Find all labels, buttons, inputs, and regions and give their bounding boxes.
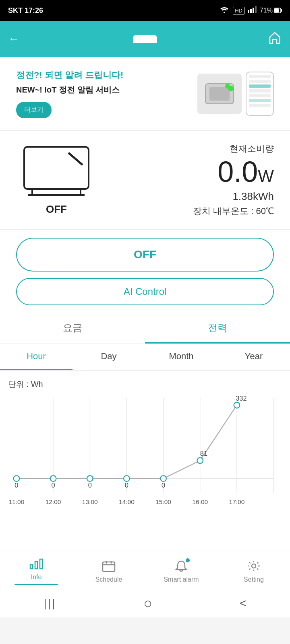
chart-xlabel-4: 15:00 bbox=[155, 498, 171, 505]
tab-yoqeum[interactable]: 요금 bbox=[0, 313, 145, 344]
system-menu-button[interactable]: ||| bbox=[44, 597, 56, 610]
chart-val-6: 332 bbox=[236, 395, 246, 402]
chart-svg: 0 0 0 0 0 81 332 11:00 12:00 13:00 14:00… bbox=[4, 398, 286, 523]
svg-point-0 bbox=[224, 12, 225, 13]
hd-badge: HD bbox=[233, 7, 244, 14]
bell-icon bbox=[174, 560, 188, 574]
sub-tabs: Hour Day Month Year bbox=[0, 344, 290, 371]
chart-val-3: 0 bbox=[125, 481, 128, 489]
chart-val-0: 0 bbox=[14, 481, 18, 489]
chart-xlabel-1: 12:00 bbox=[46, 498, 61, 505]
info-icon bbox=[29, 558, 43, 571]
svg-rect-7 bbox=[281, 9, 282, 12]
nav-smart-alarm[interactable]: Smart alarm bbox=[145, 560, 218, 583]
svg-rect-6 bbox=[274, 8, 279, 12]
svg-rect-11 bbox=[24, 147, 89, 189]
banner-line2: NEW~! IoT 정전 알림 서비스 bbox=[16, 84, 197, 95]
tab-day[interactable]: Day bbox=[72, 344, 145, 370]
svg-rect-26 bbox=[40, 559, 42, 569]
chart-point-0 bbox=[14, 475, 20, 481]
iot-device-image bbox=[197, 74, 242, 114]
tab-jeonryeok[interactable]: 전력 bbox=[145, 313, 290, 344]
nav-setting[interactable]: Setting bbox=[218, 560, 290, 583]
svg-point-10 bbox=[225, 84, 230, 88]
back-button[interactable]: ← bbox=[8, 33, 19, 45]
svg-rect-25 bbox=[35, 562, 37, 569]
power-value: 0.0W bbox=[105, 157, 274, 186]
smart-alarm-label: Smart alarm bbox=[164, 576, 199, 583]
button-area: OFF AI Control bbox=[0, 230, 290, 313]
svg-rect-1 bbox=[248, 10, 249, 13]
carrier-time: SKT 17:26 bbox=[8, 6, 43, 15]
chart-unit-label: 단위 : Wh bbox=[0, 379, 290, 394]
tab-month[interactable]: Month bbox=[145, 344, 218, 370]
nav-tab bbox=[133, 35, 157, 43]
chart-container: 0 0 0 0 0 81 332 11:00 12:00 13:00 14:00… bbox=[0, 394, 290, 547]
power-info: 현재소비량 0.0W 1.38kWh 장치 내부온도 : 60℃ bbox=[105, 143, 274, 217]
banner-section: 정전?! 되면 알려 드립니다! NEW~! IoT 정전 알림 서비스 더보기 bbox=[0, 57, 290, 131]
home-button[interactable] bbox=[267, 31, 282, 48]
status-icons: HD 71% bbox=[219, 6, 282, 15]
nav-schedule[interactable]: Schedule bbox=[72, 560, 145, 583]
banner-more-button[interactable]: 더보기 bbox=[16, 102, 52, 118]
chart-xlabel-5: 16:00 bbox=[192, 498, 208, 505]
chart-val-4: 0 bbox=[162, 481, 165, 489]
chart-point-5 bbox=[197, 458, 203, 464]
svg-rect-3 bbox=[253, 8, 254, 13]
banner-text: 정전?! 되면 알려 드립니다! NEW~! IoT 정전 알림 서비스 더보기 bbox=[16, 69, 197, 118]
system-nav: ||| ○ < bbox=[0, 589, 290, 617]
monitor-icon: OFF bbox=[16, 143, 97, 216]
device-status-label: OFF bbox=[16, 203, 97, 216]
banner-image bbox=[197, 72, 274, 116]
schedule-icon bbox=[102, 560, 116, 574]
phone-mockup bbox=[246, 72, 274, 116]
setting-icon bbox=[247, 560, 261, 574]
chart-xlabel-0: 11:00 bbox=[8, 498, 24, 505]
schedule-label: Schedule bbox=[95, 576, 122, 583]
nav-tab-white bbox=[133, 35, 157, 43]
battery-icon: 71% bbox=[260, 7, 282, 14]
signal-icon bbox=[248, 6, 257, 15]
info-underline bbox=[14, 584, 58, 585]
chart-point-4 bbox=[160, 475, 166, 481]
bottom-nav: Info Schedule Smart alarm bbox=[0, 551, 290, 589]
svg-rect-9 bbox=[209, 87, 230, 101]
chart-xlabel-3: 14:00 bbox=[119, 498, 135, 505]
tab-year[interactable]: Year bbox=[218, 344, 290, 370]
status-bar: SKT 17:26 HD 71% bbox=[0, 0, 290, 21]
svg-rect-2 bbox=[250, 9, 252, 13]
system-back-button[interactable]: < bbox=[240, 597, 246, 610]
setting-label: Setting bbox=[244, 576, 264, 583]
device-section: OFF 현재소비량 0.0W 1.38kWh 장치 내부온도 : 60℃ bbox=[0, 131, 290, 230]
svg-point-31 bbox=[252, 564, 256, 568]
chart-xlabel-2: 13:00 bbox=[82, 498, 98, 505]
chart-point-1 bbox=[50, 475, 56, 481]
current-label: 현재소비량 bbox=[105, 143, 274, 155]
off-button[interactable]: OFF bbox=[16, 238, 274, 272]
ai-control-button[interactable]: AI Control bbox=[16, 278, 274, 305]
kwh-value: 1.38kWh bbox=[105, 190, 274, 203]
temp-value: 장치 내부온도 : 60℃ bbox=[105, 205, 274, 217]
chart-point-3 bbox=[124, 475, 130, 481]
info-label: Info bbox=[31, 574, 42, 581]
tab-hour[interactable]: Hour bbox=[0, 344, 72, 370]
svg-rect-27 bbox=[103, 562, 115, 572]
wifi-icon bbox=[219, 6, 230, 15]
system-home-button[interactable]: ○ bbox=[143, 595, 152, 612]
main-tabs: 요금 전력 bbox=[0, 313, 290, 344]
chart-val-2: 0 bbox=[88, 481, 92, 489]
nav-info[interactable]: Info bbox=[0, 558, 72, 585]
battery-percent: 71% bbox=[260, 7, 273, 14]
chart-point-6 bbox=[234, 402, 240, 408]
svg-rect-24 bbox=[30, 565, 33, 569]
chart-xlabel-6: 17:00 bbox=[229, 498, 245, 505]
svg-line-15 bbox=[68, 153, 83, 165]
banner-line1: 정전?! 되면 알려 드립니다! bbox=[16, 69, 197, 81]
chart-val-5: 81 bbox=[200, 450, 207, 457]
top-nav: ← bbox=[0, 21, 290, 57]
svg-rect-4 bbox=[255, 6, 257, 13]
chart-val-1: 0 bbox=[51, 481, 55, 489]
chart-section: 단위 : Wh 0 0 bbox=[0, 371, 290, 551]
chart-point-2 bbox=[87, 475, 93, 481]
